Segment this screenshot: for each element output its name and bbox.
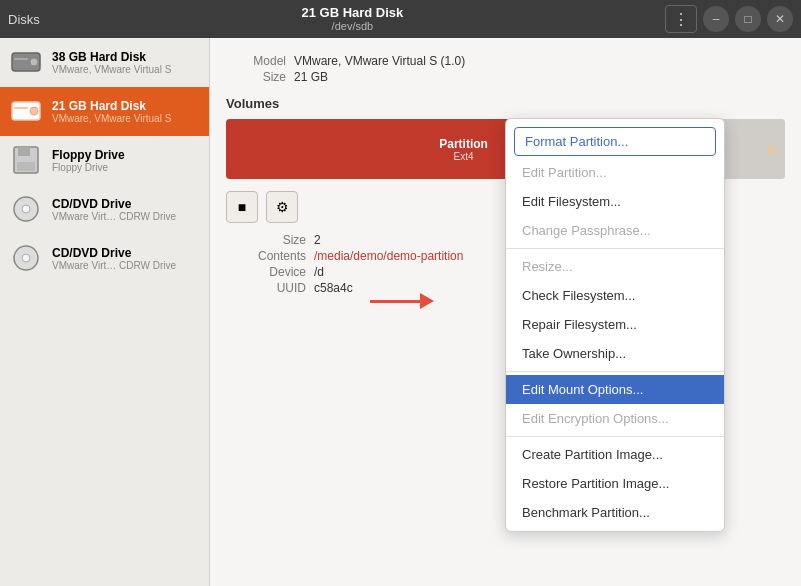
sidebar-item-text-cdvd2: CD/DVD Drive VMware Virt… CDRW Drive (52, 246, 199, 271)
sidebar-item-title-cdvd2: CD/DVD Drive (52, 246, 199, 260)
menu-separator-1 (506, 248, 724, 249)
device-label: Device (226, 265, 306, 279)
sidebar-item-cdvd2[interactable]: CD/DVD Drive VMware Virt… CDRW Drive (0, 234, 209, 283)
svg-rect-5 (14, 107, 28, 109)
menu-item-create-partition-image[interactable]: Create Partition Image... (506, 440, 724, 469)
cd-icon-2 (10, 242, 42, 274)
arrow-indicator (370, 293, 434, 309)
menu-item-change-passphrase: Change Passphrase... (506, 216, 724, 245)
menu-separator-3 (506, 436, 724, 437)
kebab-menu-button[interactable]: ⋮ (665, 5, 697, 33)
context-menu: Format Partition... Edit Partition... Ed… (505, 118, 725, 532)
menu-item-edit-mount-options[interactable]: Edit Mount Options... (506, 375, 724, 404)
sidebar-item-38gb[interactable]: 38 GB Hard Disk VMware, VMware Virtual S (0, 38, 209, 87)
volume-arrow-icon: ▶ (768, 141, 779, 157)
model-label: Model (226, 54, 286, 68)
sidebar-item-title-21gb: 21 GB Hard Disk (52, 99, 199, 113)
sidebar-item-subtitle-21gb: VMware, VMware Virtual S (52, 113, 199, 124)
gear-icon: ⚙ (276, 199, 289, 215)
size-detail-label: Size (226, 233, 306, 247)
size-label: Size (226, 70, 286, 84)
sidebar-item-text-cdvd1: CD/DVD Drive VMware Virt… CDRW Drive (52, 197, 199, 222)
stop-button[interactable]: ■ (226, 191, 258, 223)
minimize-button[interactable]: – (703, 6, 729, 32)
svg-point-12 (22, 254, 30, 262)
sidebar-item-21gb[interactable]: 21 GB Hard Disk VMware, VMware Virtual S (0, 87, 209, 136)
mount-link[interactable]: /media/demo/demo-partition (314, 249, 463, 263)
sidebar-item-floppy[interactable]: Floppy Drive Floppy Drive (0, 136, 209, 185)
maximize-button[interactable]: □ (735, 6, 761, 32)
sidebar-item-title-cdvd1: CD/DVD Drive (52, 197, 199, 211)
svg-point-10 (22, 205, 30, 213)
window-title: 21 GB Hard Disk (301, 5, 403, 21)
volume-partition-label: Partition (439, 137, 488, 151)
sidebar: 38 GB Hard Disk VMware, VMware Virtual S… (0, 38, 210, 586)
sidebar-item-text-38gb: 38 GB Hard Disk VMware, VMware Virtual S (52, 50, 199, 75)
sidebar-item-title-38gb: 38 GB Hard Disk (52, 50, 199, 64)
size-value: 21 GB (294, 70, 785, 84)
menu-item-repair-filesystem[interactable]: Repair Filesystem... (506, 310, 724, 339)
sidebar-item-cdvd1[interactable]: CD/DVD Drive VMware Virt… CDRW Drive (0, 185, 209, 234)
menu-separator-2 (506, 371, 724, 372)
svg-point-4 (30, 107, 38, 115)
arrow-head (420, 293, 434, 309)
menu-item-restore-partition-image[interactable]: Restore Partition Image... (506, 469, 724, 498)
detail-panel: Model VMware, VMware Virtual S (1.0) Siz… (210, 38, 801, 586)
svg-rect-8 (17, 162, 35, 171)
sidebar-item-text-21gb: 21 GB Hard Disk VMware, VMware Virtual S (52, 99, 199, 124)
menu-item-take-ownership[interactable]: Take Ownership... (506, 339, 724, 368)
volumes-title: Volumes (226, 96, 785, 111)
sidebar-item-title-floppy: Floppy Drive (52, 148, 199, 162)
uuid-label: UUID (226, 281, 306, 295)
hdd-icon-21gb (10, 95, 42, 127)
hdd-icon-38gb (10, 46, 42, 78)
model-value: VMware, VMware Virtual S (1.0) (294, 54, 785, 68)
contents-label: Contents (226, 249, 306, 263)
titlebar-center: 21 GB Hard Disk /dev/sdb (301, 5, 403, 34)
sidebar-item-subtitle-cdvd1: VMware Virt… CDRW Drive (52, 211, 199, 222)
main-content: 38 GB Hard Disk VMware, VMware Virtual S… (0, 38, 801, 586)
menu-item-edit-partition: Edit Partition... (506, 158, 724, 187)
volume-fs-label: Ext4 (454, 151, 474, 162)
menu-item-edit-encryption-options: Edit Encryption Options... (506, 404, 724, 433)
sidebar-item-subtitle-cdvd2: VMware Virt… CDRW Drive (52, 260, 199, 271)
titlebar: Disks 21 GB Hard Disk /dev/sdb ⋮ – □ ✕ (0, 0, 801, 38)
menu-item-format-partition[interactable]: Format Partition... (514, 127, 716, 156)
sidebar-item-subtitle-38gb: VMware, VMware Virtual S (52, 64, 199, 75)
app-name: Disks (8, 12, 40, 27)
sidebar-item-text-floppy: Floppy Drive Floppy Drive (52, 148, 199, 173)
stop-icon: ■ (238, 199, 246, 215)
svg-rect-7 (18, 147, 30, 156)
window-subtitle: /dev/sdb (332, 20, 374, 33)
menu-item-benchmark-partition[interactable]: Benchmark Partition... (506, 498, 724, 527)
floppy-icon (10, 144, 42, 176)
cd-icon-1 (10, 193, 42, 225)
arrow-line (370, 300, 420, 303)
menu-item-edit-filesystem[interactable]: Edit Filesystem... (506, 187, 724, 216)
menu-item-resize: Resize... (506, 252, 724, 281)
titlebar-controls: ⋮ – □ ✕ (665, 5, 793, 33)
gear-button[interactable]: ⚙ (266, 191, 298, 223)
svg-rect-2 (14, 58, 28, 60)
close-button[interactable]: ✕ (767, 6, 793, 32)
menu-item-check-filesystem[interactable]: Check Filesystem... (506, 281, 724, 310)
svg-point-1 (30, 58, 38, 66)
disk-info: Model VMware, VMware Virtual S (1.0) Siz… (226, 54, 785, 84)
sidebar-item-subtitle-floppy: Floppy Drive (52, 162, 199, 173)
